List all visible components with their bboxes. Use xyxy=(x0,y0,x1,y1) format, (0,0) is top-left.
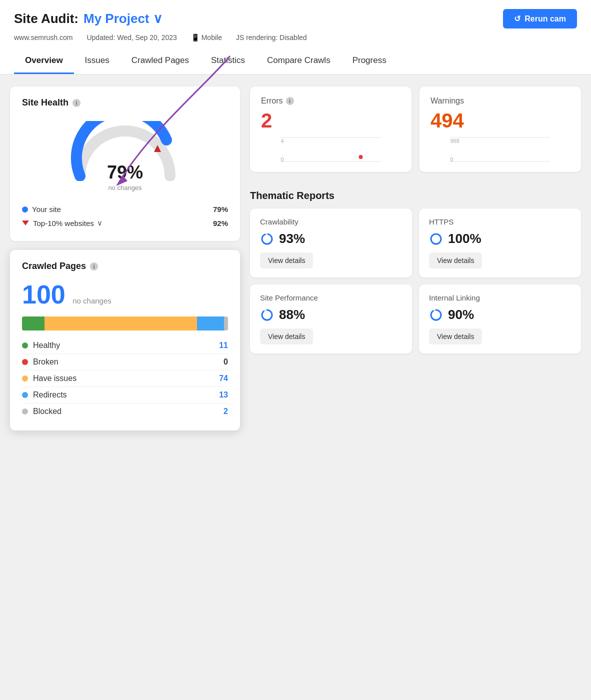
crawled-count-row: 100 no changes xyxy=(22,280,228,310)
crawled-pages-card: Crawled Pages i 100 no changes Healthy xyxy=(10,250,240,430)
site-health-info-icon[interactable]: i xyxy=(72,99,80,107)
internal-linking-label: Internal Linking xyxy=(429,294,571,302)
gauge-value-area: 79% no changes xyxy=(107,166,143,192)
warnings-mini-chart: 988 0 xyxy=(430,137,570,162)
internal-linking-donut-icon xyxy=(429,308,443,322)
crawlability-donut-icon xyxy=(260,232,274,246)
site-audit-label: Site Audit: xyxy=(14,11,78,26)
nav-tabs: Overview Issues Crawled Pages Statistics… xyxy=(14,48,577,74)
mobile-icon: 📱 xyxy=(191,34,200,42)
errors-info-icon[interactable]: i xyxy=(286,97,294,105)
gauge-container: 79% no changes xyxy=(22,116,228,194)
crawled-count: 100 xyxy=(22,280,66,309)
site-performance-value-row: 88% xyxy=(260,307,402,322)
tab-crawled-pages[interactable]: Crawled Pages xyxy=(120,48,200,74)
tab-compare-crawls[interactable]: Compare Crawls xyxy=(256,48,342,74)
rerun-button[interactable]: ↺ Rerun cam xyxy=(503,9,577,28)
pb-healthy xyxy=(22,316,44,330)
tab-overview[interactable]: Overview xyxy=(14,48,74,74)
site-health-legend: Your site 79% Top-10% websites ∨ 92% xyxy=(22,202,228,230)
cl-broken-dot xyxy=(22,359,28,365)
thematic-internal-linking: Internal Linking 90% View details xyxy=(419,284,581,354)
thematic-site-performance: Site Performance 88% View details xyxy=(250,284,412,354)
crawlability-percent: 93% xyxy=(279,231,305,246)
cl-broken: Broken 0 xyxy=(22,354,228,370)
internal-linking-view-details-btn[interactable]: View details xyxy=(429,328,482,344)
device: 📱 Mobile xyxy=(191,34,222,42)
crawlability-label: Crawlability xyxy=(260,218,402,226)
bottom-section xyxy=(0,442,591,542)
svg-text:988: 988 xyxy=(450,138,460,144)
https-view-details-btn[interactable]: View details xyxy=(429,252,482,268)
thematic-grid: Crawlability 93% View details HTTPS xyxy=(250,208,581,354)
top10-dropdown-icon[interactable]: ∨ xyxy=(97,218,102,228)
cl-blocked: Blocked 2 xyxy=(22,403,228,420)
cl-healthy-value[interactable]: 11 xyxy=(219,341,228,350)
pb-blocked xyxy=(224,316,228,330)
refresh-icon: ↺ xyxy=(514,14,520,24)
errors-chart-svg: 4 0 xyxy=(261,137,400,162)
cl-redirects: Redirects 13 xyxy=(22,386,228,403)
title-area: Site Audit: My Project ∨ xyxy=(14,11,162,26)
site-performance-percent: 88% xyxy=(279,307,305,322)
legend-top10: Top-10% websites ∨ 92% xyxy=(22,216,228,230)
crawlability-view-details-btn[interactable]: View details xyxy=(260,252,313,268)
pb-issues xyxy=(44,316,197,330)
errors-value: 2 xyxy=(261,110,400,132)
errors-mini-chart: 4 0 xyxy=(261,137,400,162)
errors-label: Errors i xyxy=(261,96,400,106)
svg-text:4: 4 xyxy=(281,138,284,144)
site-health-title: Site Health i xyxy=(22,98,228,108)
errors-card: Errors i 2 4 0 xyxy=(250,86,412,172)
crawled-pages-title: Crawled Pages i xyxy=(22,261,228,272)
crawled-no-changes: no changes xyxy=(72,296,112,305)
crawlability-value-row: 93% xyxy=(260,231,402,246)
svg-point-14 xyxy=(431,234,441,244)
svg-point-18 xyxy=(431,310,441,320)
your-site-dot xyxy=(22,206,28,212)
updated: Updated: Wed, Sep 20, 2023 xyxy=(86,34,176,42)
cl-issues-dot xyxy=(22,376,28,382)
svg-point-12 xyxy=(262,234,272,244)
cl-blocked-value[interactable]: 2 xyxy=(224,407,228,416)
thematic-reports-title: Thematic Reports xyxy=(250,190,581,202)
https-label: HTTPS xyxy=(429,218,571,226)
warnings-label: Warnings xyxy=(430,96,570,106)
site-performance-donut-icon xyxy=(260,308,274,322)
header-meta: www.semrush.com Updated: Wed, Sep 20, 20… xyxy=(14,34,577,48)
warnings-chart-svg: 988 0 xyxy=(430,137,570,162)
crawled-progress-bar xyxy=(22,316,228,330)
js-rendering: JS rendering: Disabled xyxy=(236,34,307,42)
cl-broken-value[interactable]: 0 xyxy=(224,358,228,366)
cl-redirects-dot xyxy=(22,392,28,398)
project-name[interactable]: My Project ∨ xyxy=(84,11,162,26)
site-performance-view-details-btn[interactable]: View details xyxy=(260,328,313,344)
warnings-value: 494 xyxy=(430,110,570,132)
internal-linking-percent: 90% xyxy=(448,307,474,322)
pb-redirects xyxy=(197,316,224,330)
legend-your-site: Your site 79% xyxy=(22,202,228,216)
svg-point-5 xyxy=(359,155,363,159)
tab-progress[interactable]: Progress xyxy=(342,48,398,74)
cl-healthy: Healthy 11 xyxy=(22,338,228,354)
cl-blocked-dot xyxy=(22,408,28,414)
thematic-reports-section: Thematic Reports Crawlability 93% View d… xyxy=(250,190,581,354)
header-top: Site Audit: My Project ∨ ↺ Rerun cam xyxy=(14,9,577,34)
tab-issues[interactable]: Issues xyxy=(74,48,120,74)
cl-redirects-value[interactable]: 13 xyxy=(219,390,228,400)
svg-text:0: 0 xyxy=(281,156,284,162)
cl-issues-value[interactable]: 74 xyxy=(219,374,228,383)
metrics-row: Errors i 2 4 0 Wa xyxy=(250,86,581,172)
crawled-pages-info-icon[interactable]: i xyxy=(90,262,98,270)
site-performance-label: Site Performance xyxy=(260,294,402,302)
svg-text:0: 0 xyxy=(450,156,454,162)
left-column: Site Health i 79% no changes xyxy=(10,86,240,430)
thematic-https: HTTPS 100% View details xyxy=(419,208,581,278)
tab-statistics[interactable]: Statistics xyxy=(200,48,256,74)
top10-triangle-icon xyxy=(22,220,29,226)
right-column: Errors i 2 4 0 Wa xyxy=(250,86,581,430)
https-value-row: 100% xyxy=(429,231,571,246)
site-health-card: Site Health i 79% no changes xyxy=(10,86,240,241)
internal-linking-value-row: 90% xyxy=(429,307,571,322)
crawled-legend: Healthy 11 Broken 0 Have issues xyxy=(22,338,228,420)
